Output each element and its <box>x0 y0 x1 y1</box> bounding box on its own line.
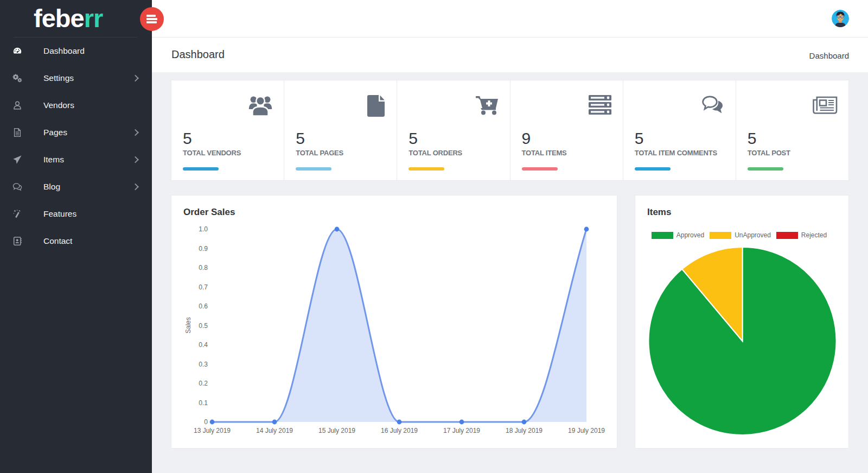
svg-text:0.9: 0.9 <box>199 245 208 253</box>
svg-text:13 July 2019: 13 July 2019 <box>194 427 231 434</box>
svg-text:Sales: Sales <box>184 317 192 333</box>
svg-text:1.0: 1.0 <box>199 225 208 233</box>
svg-text:0.4: 0.4 <box>199 341 208 349</box>
svg-text:0.2: 0.2 <box>199 380 208 387</box>
svg-text:18 July 2019: 18 July 2019 <box>506 427 542 434</box>
svg-text:0.6: 0.6 <box>199 302 208 310</box>
svg-text:0.8: 0.8 <box>199 264 208 272</box>
svg-text:0.1: 0.1 <box>199 399 208 407</box>
svg-text:15 July 2019: 15 July 2019 <box>318 427 355 434</box>
svg-text:0.5: 0.5 <box>199 322 208 330</box>
svg-text:0.3: 0.3 <box>199 361 208 368</box>
svg-text:16 July 2019: 16 July 2019 <box>381 427 418 434</box>
svg-text:19 July 2019: 19 July 2019 <box>568 427 605 434</box>
svg-text:0: 0 <box>204 418 208 426</box>
svg-text:14 July 2019: 14 July 2019 <box>256 427 293 434</box>
svg-text:17 July 2019: 17 July 2019 <box>443 427 480 434</box>
svg-text:0.7: 0.7 <box>199 283 208 291</box>
